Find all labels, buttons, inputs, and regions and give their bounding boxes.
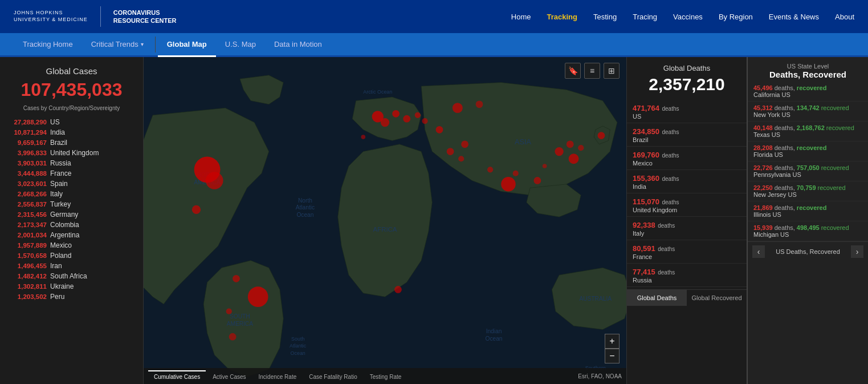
svg-point-45 <box>447 148 454 155</box>
subnav-critical-trends[interactable]: Critical Trends ▾ <box>82 33 153 56</box>
svg-point-53 <box>513 171 519 176</box>
svg-point-51 <box>361 135 365 139</box>
deaths-panel-title: Global Deaths <box>634 64 740 72</box>
list-item[interactable]: 471,764 deaths US <box>627 100 747 123</box>
logo-area: JOHNS HOPKINS UNIVERSITY & MEDICINE CORO… <box>14 6 176 27</box>
svg-point-31 <box>403 115 410 123</box>
zoom-out-button[interactable]: − <box>605 349 620 363</box>
svg-text:South: South <box>291 336 304 342</box>
list-item[interactable]: 28,208 deaths, recovered Florida US <box>748 142 868 161</box>
map-area[interactable]: North Pacific Ocean North Atlantic Ocean… <box>144 57 626 384</box>
list-item[interactable]: 3,444,888 France <box>0 168 143 179</box>
list-item[interactable]: 2,668,266 Italy <box>0 189 143 199</box>
svg-text:ASIA: ASIA <box>515 138 532 146</box>
list-item[interactable]: 3,023,601 Spain <box>0 179 143 189</box>
nav-tracking[interactable]: Tracking <box>547 13 577 21</box>
nav-tracing[interactable]: Tracing <box>633 13 657 21</box>
nav-about[interactable]: About <box>835 13 854 21</box>
tab-incidence-rate[interactable]: Incidence Rate <box>253 370 303 382</box>
tab-cumulative-cases[interactable]: Cumulative Cases <box>148 370 206 382</box>
deaths-list: 471,764 deaths US 234,850 deaths Brazil … <box>627 98 747 289</box>
subnav-tracking-home[interactable]: Tracking Home <box>14 33 82 56</box>
subnav-us-map[interactable]: U.S. Map <box>216 33 265 56</box>
list-item[interactable]: 3,996,833 United Kingdom <box>0 148 143 158</box>
left-sidebar: Global Cases 107,435,033 Cases by Countr… <box>0 57 144 384</box>
list-item[interactable]: 2,173,347 Colombia <box>0 220 143 230</box>
logo-divider <box>100 6 101 27</box>
list-item[interactable]: 10,871,294 India <box>0 127 143 138</box>
chevron-down-icon: ▾ <box>141 41 144 47</box>
list-item[interactable]: 45,312 deaths, 134,742 recovered New Yor… <box>748 102 868 122</box>
list-item[interactable]: 27,288,290 US <box>0 117 143 127</box>
svg-point-39 <box>578 145 584 151</box>
tab-global-deaths[interactable]: Global Deaths <box>627 290 687 306</box>
list-item[interactable]: 1,302,811 Ukraine <box>0 281 143 292</box>
svg-point-43 <box>229 333 237 341</box>
us-panel-subtitle: US State Level <box>753 63 862 70</box>
svg-point-29 <box>381 118 389 127</box>
nav-events[interactable]: Events & News <box>769 13 819 21</box>
tab-case-fatality[interactable]: Case Fatality Ratio <box>303 370 362 382</box>
svg-point-55 <box>543 164 547 168</box>
svg-text:AMERICA: AMERICA <box>227 321 254 327</box>
svg-point-33 <box>453 103 463 113</box>
nav-testing[interactable]: Testing <box>593 13 617 21</box>
subnav-data-motion[interactable]: Data in Motion <box>265 33 331 56</box>
svg-point-48 <box>461 140 468 148</box>
crc-logo: CORONAVIRUS RESOURCE CENTER <box>113 9 177 25</box>
list-item[interactable]: 92,338 deaths Italy <box>627 217 747 240</box>
bookmark-button[interactable]: 🔖 <box>565 63 581 79</box>
map-zoom-controls: + − <box>605 334 620 363</box>
list-item[interactable]: 1,496,455 Iran <box>0 261 143 271</box>
list-item[interactable]: 77,415 deaths Russia <box>627 264 747 287</box>
svg-text:AFRICA: AFRICA <box>373 226 397 233</box>
svg-point-54 <box>534 177 541 184</box>
nav-byregion[interactable]: By Region <box>719 13 753 21</box>
svg-point-44 <box>394 286 402 293</box>
svg-point-46 <box>458 156 464 161</box>
svg-point-34 <box>476 100 483 108</box>
grid-view-button[interactable]: ⊞ <box>604 63 620 79</box>
zoom-in-button[interactable]: + <box>605 334 620 349</box>
list-item[interactable]: 234,850 deaths Brazil <box>627 123 747 147</box>
list-item[interactable]: 22,726 deaths, 757,050 recovered Pennsyl… <box>748 161 868 181</box>
us-nav-label: US Deaths, Recovered <box>765 248 851 255</box>
list-item[interactable]: 2,556,837 Turkey <box>0 199 143 209</box>
list-item[interactable]: 40,148 deaths, 2,168,762 recovered Texas… <box>748 122 868 142</box>
subnav-global-map[interactable]: Global Map <box>158 33 216 57</box>
deaths-panel-total: 2,357,210 <box>634 75 740 94</box>
list-view-button[interactable]: ≡ <box>584 63 600 79</box>
svg-text:Ocean: Ocean <box>296 212 313 218</box>
list-item[interactable]: 2,001,034 Argentina <box>0 230 143 240</box>
list-item[interactable]: 3,903,031 Russia <box>0 158 143 168</box>
list-item[interactable]: 2,315,456 Germany <box>0 209 143 220</box>
list-item[interactable]: 155,360 deaths India <box>627 170 747 193</box>
us-state-panel: US State Level Deaths, Recovered 45,496 … <box>747 57 868 384</box>
nav-vaccines[interactable]: Vaccines <box>673 13 703 21</box>
list-item[interactable]: 169,760 deaths Mexico <box>627 147 747 170</box>
list-item[interactable]: 115,070 deaths United Kingdom <box>627 193 747 217</box>
us-nav-next-button[interactable]: › <box>851 245 863 258</box>
svg-text:Ocean: Ocean <box>486 336 503 342</box>
list-item[interactable]: 1,570,658 Poland <box>0 250 143 261</box>
sub-navigation: Tracking Home Critical Trends ▾ Global M… <box>0 33 868 57</box>
tab-global-recovered[interactable]: Global Recovered <box>687 290 747 306</box>
list-item[interactable]: 21,869 deaths, recovered Illinois US <box>748 201 868 221</box>
list-item[interactable]: 15,939 deaths, 498,495 recovered Michiga… <box>748 221 868 241</box>
list-item[interactable]: 1,957,889 Mexico <box>0 240 143 250</box>
svg-text:SOUTH: SOUTH <box>230 313 250 320</box>
sidebar-global-cases-number: 107,435,033 <box>7 79 136 100</box>
tab-active-cases[interactable]: Active Cases <box>207 370 251 382</box>
list-item[interactable]: 1,203,502 Peru <box>0 292 143 302</box>
list-item[interactable]: 80,591 deaths France <box>627 240 747 264</box>
svg-point-35 <box>501 177 515 191</box>
list-item[interactable]: 22,250 deaths, 70,759 recovered New Jers… <box>748 181 868 201</box>
list-item[interactable]: 9,659,167 Brazil <box>0 138 143 148</box>
tab-testing-rate[interactable]: Testing Rate <box>364 370 407 382</box>
svg-point-38 <box>569 153 579 164</box>
nav-home[interactable]: Home <box>511 13 531 21</box>
list-item[interactable]: 45,496 deaths, recovered California US <box>748 82 868 102</box>
list-item[interactable]: 1,482,412 South Africa <box>0 271 143 281</box>
deaths-panel-header: Global Deaths 2,357,210 <box>627 57 747 98</box>
us-nav-prev-button[interactable]: ‹ <box>752 245 765 258</box>
